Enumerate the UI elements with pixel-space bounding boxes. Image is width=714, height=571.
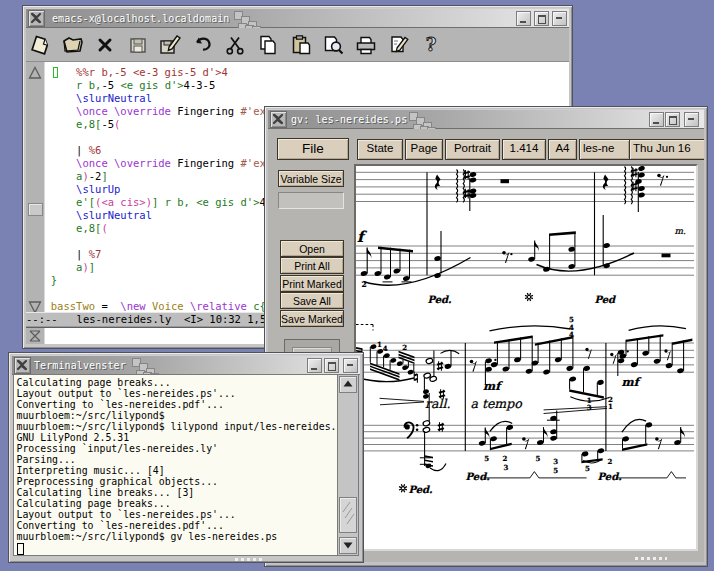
emacs-minibuffer-scrollbar <box>26 328 45 344</box>
gv-sidebar-print-marked[interactable]: Print Marked <box>280 275 344 292</box>
emacs-titlebar[interactable]: emacs-x@localhost.localdomain <box>26 8 569 28</box>
svg-text:Ped.: Ped. <box>598 471 622 482</box>
gv-toolbar-orientation[interactable]: Portrait <box>445 139 500 160</box>
emacs-close2-button[interactable] <box>552 11 567 26</box>
gv-toolbar-state[interactable]: State <box>357 139 403 160</box>
terminal-line: muurbloem:~/src/lilypond$ <box>17 410 341 421</box>
maximize-icon <box>669 116 677 125</box>
window-resize-grip[interactable] <box>635 557 667 560</box>
svg-text:5: 5 <box>553 466 558 475</box>
svg-text:3: 3 <box>503 463 508 472</box>
gv-toolbar-page[interactable]: Page <box>405 139 443 160</box>
terminal-scrollbar-thumb[interactable] <box>339 497 357 533</box>
scroll-up-icon[interactable] <box>28 66 42 79</box>
gv-sidebar-save-all[interactable]: Save All <box>280 292 344 309</box>
svg-text:2: 2 <box>607 457 612 466</box>
gv-title: gv: les-nereides.ps <box>291 114 407 125</box>
new-file-icon[interactable] <box>27 32 53 58</box>
gv-sidebar-save-marked[interactable]: Save Marked <box>280 310 344 327</box>
gv-page-view[interactable]: fm.2Ped.Ped142rall.a tempo544mf1321mfPed… <box>354 164 698 551</box>
gv-titlebar[interactable]: gv: les-nereides.ps <box>268 109 704 129</box>
thumb-grip-icon <box>340 498 356 532</box>
terminal-line: GNU LilyPond 2.5.31 <box>17 432 341 443</box>
gv-toolbar-papersize[interactable]: A4 <box>548 139 577 160</box>
close-bar-icon <box>556 17 562 19</box>
terminal-line: Layout output to `les-nereides.ps'... <box>17 509 341 520</box>
emacs-close-button[interactable] <box>28 10 45 27</box>
maximize-icon <box>328 362 336 371</box>
terminal-maximize-button[interactable] <box>324 358 339 373</box>
svg-text:5: 5 <box>585 464 590 473</box>
terminal-line: Processing `input/les-nereides.ly' <box>17 443 341 454</box>
emacs-title: emacs-x@localhost.localdomain <box>52 13 230 24</box>
close-icon <box>30 12 42 24</box>
print-icon[interactable] <box>353 32 379 58</box>
save-as-icon[interactable] <box>157 32 183 58</box>
code-line: r b,-5 <e gis d'>4-3-5 <box>51 79 569 92</box>
terminal-close2-button[interactable] <box>343 358 358 373</box>
terminal-line: muurbloem:~/src/lilypond$ lilypond input… <box>17 421 341 432</box>
customize-icon[interactable] <box>386 32 412 58</box>
gv-sidebar-print-all[interactable]: Print All <box>280 257 344 274</box>
terminal-titlebar[interactable]: Terminalvenster <box>12 355 360 375</box>
terminal-line: Converting to `les-nereides.pdf'... <box>17 399 341 410</box>
svg-text:5: 5 <box>535 454 540 463</box>
open-folder-icon[interactable] <box>60 32 86 58</box>
svg-text:1: 1 <box>608 402 613 411</box>
emacs-toolbar: ? <box>26 28 569 62</box>
emacs-maximize-button[interactable] <box>534 11 549 26</box>
svg-text:?: ? <box>426 34 437 55</box>
arrow-down-icon <box>340 538 356 552</box>
terminal-scroll-up[interactable] <box>339 376 357 393</box>
copy-icon[interactable] <box>255 32 281 58</box>
code-line: \slurNeutral <box>51 92 569 105</box>
svg-text:mf: mf <box>483 379 503 393</box>
terminal-minimize-button[interactable] <box>307 358 322 373</box>
cut-icon[interactable] <box>223 32 249 58</box>
terminal-window: Terminalvenster Calculating page breaks.… <box>8 352 364 563</box>
help-icon[interactable]: ? <box>418 32 444 58</box>
desktop: emacs-x@localhost.localdomain ? %%r b,-5… <box>0 0 714 571</box>
svg-text:a tempo: a tempo <box>471 396 524 411</box>
terminal-line: Calculating page breaks... <box>17 498 341 509</box>
gv-toolbar-scale[interactable]: 1.414 <box>502 139 546 160</box>
terminal-scrollbar[interactable] <box>337 374 359 556</box>
gv-maximize-button[interactable] <box>665 112 680 127</box>
terminal-scroll-down[interactable] <box>339 537 357 554</box>
terminal-line: Calculating page breaks... <box>17 377 341 388</box>
svg-text:Ped: Ped <box>595 294 617 305</box>
terminal-line: muurbloem:~/src/lilypond$ gv les-nereide… <box>17 531 341 542</box>
terminal-screen[interactable]: Calculating page breaks...Layout output … <box>13 374 341 556</box>
window-resize-grip[interactable] <box>235 558 265 561</box>
emacs-scrollbar[interactable] <box>26 62 45 314</box>
terminal-line: Layout output to `les-nereides.ps'... <box>17 388 341 399</box>
terminal-close-button[interactable] <box>14 357 31 374</box>
close-icon <box>16 359 28 371</box>
emacs-minimize-button[interactable] <box>516 11 531 26</box>
close-bar-icon <box>347 364 353 366</box>
gv-toolbar-date[interactable]: Thu Jun 16 <box>629 139 704 160</box>
gv-close-button[interactable] <box>270 111 287 128</box>
gv-sidebar-variable-size[interactable]: Variable Size <box>278 170 344 187</box>
gv-sidebar-open[interactable]: Open <box>280 240 344 257</box>
emacs-scrollbar-thumb[interactable] <box>28 203 43 216</box>
svg-text:1: 1 <box>377 340 382 349</box>
terminal-line: Calculating line breaks... [3] <box>17 487 341 498</box>
search-icon[interactable] <box>320 32 346 58</box>
gv-close2-button[interactable] <box>684 112 699 127</box>
kill-buffer-icon[interactable] <box>92 32 118 58</box>
gv-locator <box>278 192 344 209</box>
svg-text:4: 4 <box>383 344 388 353</box>
save-icon[interactable] <box>125 32 151 58</box>
svg-text:3: 3 <box>553 457 558 466</box>
terminal-cursor <box>17 543 24 555</box>
paste-icon[interactable] <box>288 32 314 58</box>
svg-text:Ped.: Ped. <box>466 471 490 482</box>
gv-minimize-button[interactable] <box>649 112 664 127</box>
svg-text:f: f <box>357 228 368 246</box>
terminal-line: Interpreting music... [4] <box>17 465 341 476</box>
undo-icon[interactable] <box>190 32 216 58</box>
maximize-icon <box>538 15 546 24</box>
gv-toolbar-file[interactable]: File <box>277 138 349 160</box>
gv-toolbar-filename[interactable]: les-ne <box>579 139 630 160</box>
